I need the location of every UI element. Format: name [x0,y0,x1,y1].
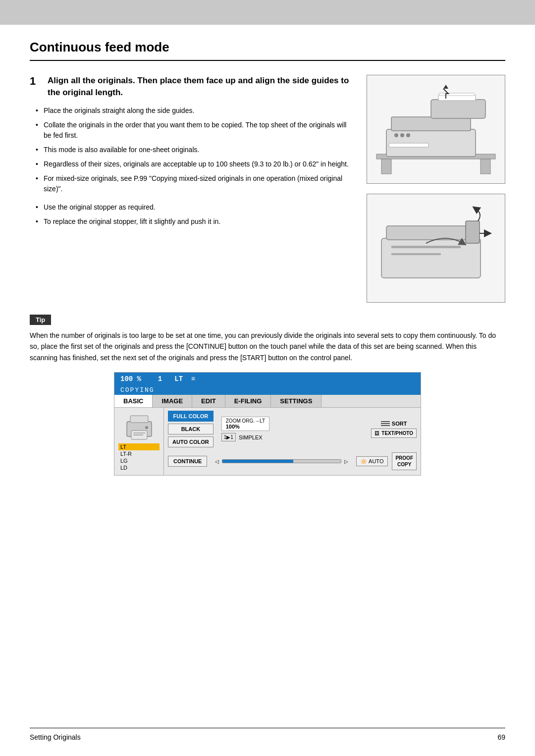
simplex-label: SIMPLEX [239,434,263,440]
illustration-2 [367,194,505,303]
tab-image[interactable]: IMAGE [153,395,192,407]
svg-rect-14 [386,226,476,240]
text-photo-button[interactable]: 🖼 TEXT/PHOTO [371,429,417,438]
proof-copy-button[interactable]: PROOFCOPY [392,452,417,470]
svg-rect-7 [439,93,475,96]
svg-rect-13 [381,238,481,278]
step-title: Align all the originals. Then place them… [48,75,352,99]
svg-rect-4 [391,117,471,131]
illustration-2-svg [372,199,500,298]
tab-efiling[interactable]: E-FILING [225,395,271,407]
printer-icon [124,412,154,441]
simplex-row: 1▶1 SIMPLEX [221,433,269,441]
tab-settings[interactable]: SETTINGS [271,395,321,407]
ui-row-2: CONTINUE ◁ ▷ 🔆 AUTO PROOFCOPY [168,452,417,470]
bullet-item: Regardless of their sizes, originals are… [35,159,352,169]
step-left: 1 Align all the originals. Then place th… [30,75,352,303]
svg-rect-15 [466,221,480,243]
tab-edit[interactable]: EDIT [192,395,225,407]
ui-copying-status: COPYING [114,385,421,395]
bullet-item: Place the originals straight along the s… [35,106,352,116]
ui-body: LT LT-R LG LD FULL COLOR BLACK AUTO COLO… [114,408,421,475]
svg-rect-16 [391,246,461,248]
svg-point-11 [406,133,410,137]
btn-black[interactable]: BLACK [168,424,214,434]
svg-rect-12 [389,143,428,147]
bullet-item: Use the original stopper as required. [35,202,352,213]
ui-right-panel: FULL COLOR BLACK AUTO COLOR ZOOM ORG.→LT… [164,408,421,475]
image-icon: 🖼 [374,431,379,436]
illustration-1 [367,75,505,184]
tip-label: Tip [30,315,51,325]
svg-rect-2 [481,159,490,174]
ui-panel: 100 % 1 LT ≡ COPYING BASIC IMAGE EDIT E-… [114,372,421,476]
text-photo-label: TEXT/PHOTO [381,431,413,436]
top-bar [0,0,535,25]
svg-rect-17 [391,253,441,255]
paper-size-lt[interactable]: LT [118,443,160,450]
sort-area: SORT 🖼 TEXT/PHOTO [371,421,417,438]
svg-rect-21 [133,432,145,433]
zoom-info-area: ZOOM ORG.→LT 100% 1▶1 SIMPLEX [221,417,269,441]
simplex-icon: 1▶1 [221,433,236,441]
bullet-item: For mixed-size originals, see P.99 "Copy… [35,173,352,194]
page-footer: Setting Originals 69 [30,728,505,741]
ui-header-pct: 100 % 1 LT ≡ [120,375,195,383]
ui-tabs: BASIC IMAGE EDIT E-FILING SETTINGS [114,395,421,408]
svg-point-23 [145,426,148,429]
bullet-item: Collate the originals in the order that … [35,120,352,141]
step-section: 1 Align all the originals. Then place th… [30,75,505,303]
color-buttons: FULL COLOR BLACK AUTO COLOR [168,411,214,447]
bullet-list-1: Place the originals straight along the s… [30,106,352,194]
proof-copy-label: PROOFCOPY [395,455,413,467]
btn-full-color[interactable]: FULL COLOR [168,411,214,422]
bullet-item: This mode is also available for one-shee… [35,145,352,155]
paper-size-ld[interactable]: LD [118,464,160,471]
svg-point-9 [394,133,398,137]
sort-label[interactable]: SORT [392,421,407,427]
step-heading: 1 Align all the originals. Then place th… [30,75,352,99]
slider-start-icon: ◁ [215,459,219,464]
paper-size-lg[interactable]: LG [118,457,160,464]
svg-rect-22 [133,434,143,435]
bullet-item: To replace the original stopper, lift it… [35,216,352,227]
slider-bar[interactable] [222,459,341,463]
tab-basic[interactable]: BASIC [114,395,153,407]
footer-page-number: 69 [497,733,505,741]
svg-marker-8 [443,85,448,89]
slider-end-icon: ▷ [344,459,348,464]
sort-lines-icon [381,421,390,426]
illustration-1-svg [372,80,500,179]
paper-size-lt-r[interactable]: LT-R [118,450,160,457]
auto-label: AUTO [369,458,383,464]
auto-icon: 🔆 [361,459,367,464]
step-right [367,75,505,303]
auto-button[interactable]: 🔆 AUTO [356,456,388,466]
zoom-info: ZOOM ORG.→LT 100% [221,417,269,431]
zoom-pct: 100% [226,424,265,430]
ui-left-panel: LT LT-R LG LD [114,408,164,475]
tip-text: When the number of originals is too larg… [30,330,505,363]
ui-panel-header: 100 % 1 LT ≡ [114,373,421,385]
paper-sizes: LT LT-R LG LD [118,443,160,471]
slider-area: ◁ ▷ [215,459,348,464]
sort-button-row: SORT [381,421,407,427]
svg-rect-1 [381,159,391,174]
footer-section-name: Setting Originals [30,733,81,741]
step-number: 1 [30,75,42,99]
svg-rect-19 [130,416,148,423]
btn-auto-color[interactable]: AUTO COLOR [168,436,214,447]
page-title: Continuous feed mode [30,40,505,61]
ui-row-1: FULL COLOR BLACK AUTO COLOR ZOOM ORG.→LT… [168,411,417,447]
bullet-list-2: Use the original stopper as required. To… [30,202,352,227]
continue-button[interactable]: CONTINUE [168,456,207,467]
zoom-label: ZOOM ORG.→LT [226,418,265,424]
main-content: Continuous feed mode 1 Align all the ori… [0,25,535,490]
tip-section: Tip When the number of originals is too … [30,315,505,363]
svg-point-10 [400,133,404,137]
svg-rect-5 [431,100,485,118]
